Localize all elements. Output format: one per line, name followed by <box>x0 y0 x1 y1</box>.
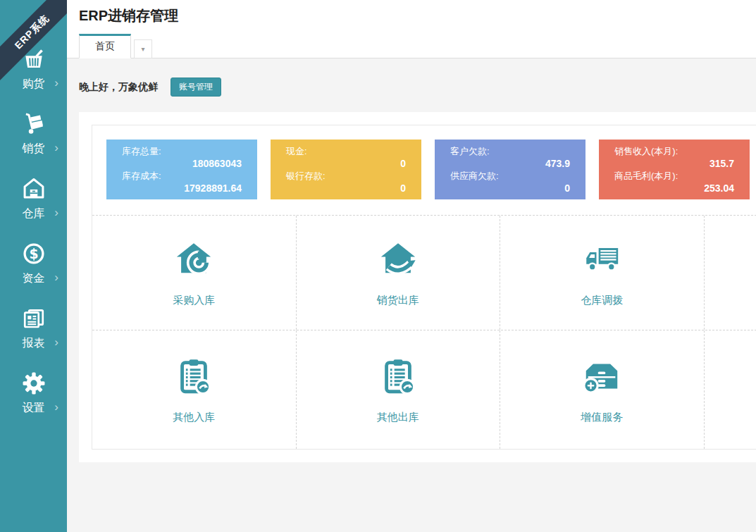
greeting-text: 晚上好，万象优鲜 <box>79 81 158 94</box>
stat-value: 0 <box>286 183 406 194</box>
stat-label: 商品毛利(本月): <box>614 170 734 183</box>
stat-value: 473.9 <box>450 158 570 169</box>
sidebar-item-label: 资金 <box>23 272 45 284</box>
stat-label: 库存总量: <box>122 145 242 158</box>
sidebar-item-warehouse[interactable]: 仓库 › <box>0 166 67 231</box>
tile-other-outbound[interactable]: 其他出库 <box>297 330 501 449</box>
page-title: ERP进销存管理 <box>67 0 756 25</box>
stat-label: 销售收入(本月): <box>614 145 734 158</box>
tile-warehouse-transfer[interactable]: 仓库调拨 <box>500 216 705 330</box>
stat-label: 银行存款: <box>286 170 406 183</box>
clipboard-inbound-icon <box>173 356 214 400</box>
sidebar: ERP系统 购货 › <box>0 0 67 532</box>
tile-sales-outbound[interactable]: 销货出库 <box>297 216 501 330</box>
sidebar-item-settings[interactable]: 设置 › <box>0 361 67 426</box>
sidebar-item-label: 报表 <box>23 337 45 349</box>
stat-label: 供应商欠款: <box>450 170 570 183</box>
main-area: ERP进销存管理 首页 ▾ 晚上好，万象优鲜 账号管理 库存总量: 180863… <box>67 0 756 532</box>
chevron-right-icon: › <box>54 78 58 89</box>
chevron-right-icon: › <box>54 272 58 283</box>
chevron-right-icon: › <box>54 337 58 348</box>
tile-value-added-services[interactable]: 增值服务 <box>500 330 705 449</box>
greeting-row: 晚上好，万象优鲜 账号管理 <box>79 78 756 97</box>
sidebar-item-reports[interactable]: 报表 › <box>0 296 67 361</box>
sidebar-menu: 购货 › 销货 › <box>0 37 67 426</box>
stat-card-cash: 现金: 0 银行存款: 0 <box>271 140 421 199</box>
tile-empty <box>705 216 756 330</box>
stat-card-row: 库存总量: 180863043 库存成本: 17928891.64 现金: 0 … <box>92 125 756 215</box>
stat-card-receivables: 客户欠款: 473.9 供应商欠款: 0 <box>435 140 585 199</box>
tab-home[interactable]: 首页 <box>79 34 131 58</box>
trolley-icon <box>21 111 47 137</box>
house-inbound-icon <box>173 239 214 283</box>
truck-icon <box>581 239 622 283</box>
sidebar-item-sales[interactable]: 销货 › <box>0 101 67 166</box>
gear-icon <box>21 371 47 396</box>
caret-down-icon: ▾ <box>141 45 144 53</box>
warehouse-icon <box>21 176 47 202</box>
tile-purchase-inbound[interactable]: 采购入库 <box>92 216 297 330</box>
tile-label: 仓库调拨 <box>581 294 623 307</box>
clipboard-outbound-icon <box>378 356 419 400</box>
sidebar-item-label: 设置 <box>23 402 45 414</box>
stat-value: 0 <box>286 158 406 169</box>
tab-dropdown-button[interactable]: ▾ <box>134 39 152 58</box>
sidebar-item-label: 仓库 <box>23 207 45 219</box>
stat-label: 客户欠款: <box>450 145 570 158</box>
report-icon <box>21 306 47 331</box>
tile-label: 销货出库 <box>377 294 419 307</box>
stat-value: 180863043 <box>122 158 242 169</box>
tile-other-inbound[interactable]: 其他入库 <box>92 330 297 449</box>
stat-value: 315.7 <box>614 158 734 169</box>
chevron-right-icon: › <box>54 207 58 218</box>
content-area: 晚上好，万象优鲜 账号管理 库存总量: 180863043 库存成本: 1792… <box>67 58 756 462</box>
tile-label: 采购入库 <box>173 294 215 307</box>
stat-label: 现金: <box>286 145 406 158</box>
basket-icon <box>21 47 47 72</box>
tab-bar: 首页 ▾ <box>67 34 756 58</box>
stat-value: 253.04 <box>614 183 734 194</box>
stat-card-revenue: 销售收入(本月): 315.7 商品毛利(本月): 253.04 <box>599 140 750 199</box>
tile-row: 采购入库 销货出库 <box>92 215 756 330</box>
dashboard-panel: 库存总量: 180863043 库存成本: 17928891.64 现金: 0 … <box>79 112 756 462</box>
tile-empty <box>705 330 756 449</box>
stat-card-inventory: 库存总量: 180863043 库存成本: 17928891.64 <box>106 140 257 199</box>
stat-value: 17928891.64 <box>122 183 242 194</box>
cabinet-plus-icon <box>581 356 622 400</box>
tile-label: 其他出库 <box>377 411 419 424</box>
sidebar-item-funds[interactable]: $ 资金 › <box>0 231 67 296</box>
tile-row: 其他入库 <box>92 330 756 449</box>
header: ERP进销存管理 首页 ▾ <box>67 0 756 58</box>
sidebar-item-purchase[interactable]: 购货 › <box>0 37 67 101</box>
house-outbound-icon <box>378 239 419 283</box>
sidebar-item-label: 购货 <box>23 78 45 89</box>
funds-icon: $ <box>21 241 47 266</box>
account-manage-button[interactable]: 账号管理 <box>171 78 221 97</box>
tile-label: 增值服务 <box>581 411 623 424</box>
stat-value: 0 <box>450 183 570 194</box>
dashboard-card: 库存总量: 180863043 库存成本: 17928891.64 现金: 0 … <box>92 125 756 450</box>
chevron-right-icon: › <box>54 142 58 154</box>
chevron-right-icon: › <box>54 402 58 413</box>
tile-label: 其他入库 <box>173 411 215 424</box>
stat-label: 库存成本: <box>122 170 242 183</box>
sidebar-item-label: 销货 <box>23 142 45 154</box>
svg-text:$: $ <box>29 247 38 261</box>
